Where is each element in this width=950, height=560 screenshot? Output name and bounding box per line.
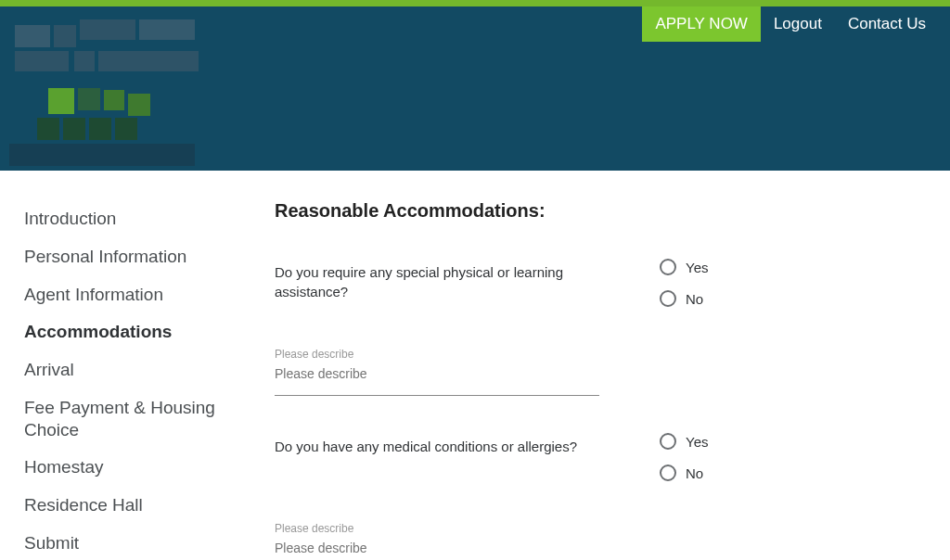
sidebar-item-arrival[interactable]: Arrival bbox=[24, 351, 228, 389]
radio-label: No bbox=[686, 291, 703, 307]
radio-medical-yes[interactable]: Yes bbox=[660, 433, 708, 450]
sidebar-nav: Introduction Personal Information Agent … bbox=[0, 200, 249, 560]
radio-assistance-yes[interactable]: Yes bbox=[660, 259, 708, 275]
radio-label: Yes bbox=[686, 260, 708, 275]
radio-icon bbox=[660, 433, 676, 450]
question-block: Do you have any medical conditions or al… bbox=[275, 433, 924, 560]
radio-icon bbox=[660, 259, 676, 275]
radio-group-assistance: Yes No bbox=[660, 259, 708, 307]
page-title: Reasonable Accommodations: bbox=[275, 200, 924, 222]
sidebar-item-accommodations[interactable]: Accommodations bbox=[24, 313, 228, 351]
radio-label: Yes bbox=[686, 434, 708, 450]
question-text: Do you require any special physical or l… bbox=[275, 259, 623, 307]
sidebar-item-personal-information[interactable]: Personal Information bbox=[24, 238, 228, 276]
sidebar-item-fee-payment-housing-choice[interactable]: Fee Payment & Housing Choice bbox=[24, 389, 228, 450]
assistance-description-input[interactable] bbox=[275, 366, 599, 396]
apply-now-button[interactable]: APPLY NOW bbox=[642, 6, 761, 42]
question-block: Do you require any special physical or l… bbox=[275, 259, 924, 396]
radio-icon bbox=[660, 465, 676, 481]
sidebar-item-homestay[interactable]: Homestay bbox=[24, 449, 228, 487]
description-label: Please describe bbox=[275, 348, 924, 361]
description-label: Please describe bbox=[275, 522, 924, 535]
header-banner: APPLY NOW Logout Contact Us bbox=[0, 6, 950, 171]
medical-description-input[interactable] bbox=[275, 541, 599, 560]
logout-button[interactable]: Logout bbox=[761, 6, 835, 42]
top-strip bbox=[0, 0, 950, 6]
logo-placeholder bbox=[9, 19, 213, 168]
radio-group-medical: Yes No bbox=[660, 433, 708, 481]
radio-medical-no[interactable]: No bbox=[660, 465, 708, 481]
sidebar-item-introduction[interactable]: Introduction bbox=[24, 200, 228, 238]
main-panel: Reasonable Accommodations: Do you requir… bbox=[249, 200, 950, 560]
sidebar-item-submit[interactable]: Submit bbox=[24, 525, 228, 560]
question-text: Do you have any medical conditions or al… bbox=[275, 433, 623, 481]
contact-us-button[interactable]: Contact Us bbox=[835, 6, 939, 42]
radio-assistance-no[interactable]: No bbox=[660, 290, 708, 307]
sidebar-item-agent-information[interactable]: Agent Information bbox=[24, 276, 228, 314]
sidebar-item-residence-hall[interactable]: Residence Hall bbox=[24, 487, 228, 525]
header-nav: APPLY NOW Logout Contact Us bbox=[642, 6, 939, 42]
radio-icon bbox=[660, 290, 676, 307]
content: Introduction Personal Information Agent … bbox=[0, 171, 950, 560]
radio-label: No bbox=[686, 465, 703, 481]
